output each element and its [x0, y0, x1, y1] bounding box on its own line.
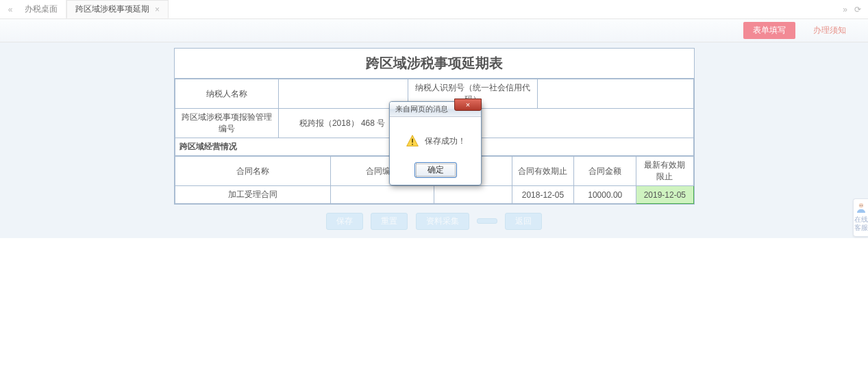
online-support-widget[interactable]: 在线 客服	[853, 198, 868, 237]
tabs-right-controls: » ⟳	[843, 0, 861, 18]
cell-amount: 10000.00	[574, 186, 636, 204]
form-title: 跨区域涉税事项延期表	[175, 49, 694, 79]
tabs-bar: « 办税桌面 跨区域涉税事项延期 × » ⟳	[0, 0, 868, 19]
sub-tab-notice[interactable]: 办理须知	[804, 22, 856, 39]
col-amount: 合同金额	[574, 157, 636, 186]
cell-hidden	[434, 186, 512, 204]
svg-point-3	[858, 203, 863, 208]
app-root: « 办税桌面 跨区域涉税事项延期 × » ⟳ 表单填写 办理须知 跨区域涉税事项…	[0, 0, 868, 377]
cell-valid-until: 2018-12-05	[512, 186, 574, 204]
actions-row: 保存 重置 资料采集 返回	[10, 205, 858, 238]
label-taxpayer-name: 纳税人名称	[175, 79, 278, 109]
close-icon[interactable]: ×	[155, 5, 160, 14]
sub-tab-form[interactable]: 表单填写	[743, 22, 795, 39]
empty-button[interactable]	[477, 218, 497, 224]
tabs-refresh-icon[interactable]: ⟳	[854, 5, 861, 14]
support-avatar-icon	[856, 202, 867, 213]
warning-icon	[406, 134, 419, 148]
dialog-titlebar[interactable]: 来自网页的消息 ×	[390, 102, 481, 117]
sub-bar: 表单填写 办理须知	[0, 19, 868, 42]
table-row: 加工受理合同 2018-12-05 10000.00 2019-12-05	[175, 186, 693, 204]
support-label-line2: 客服	[854, 224, 868, 232]
svg-point-4	[860, 205, 860, 206]
dialog-footer: 确定	[390, 158, 481, 185]
tab-desktop[interactable]: 办税桌面	[16, 0, 66, 18]
dialog-ok-button[interactable]: 确定	[414, 162, 457, 178]
dialog-close-button[interactable]: ×	[454, 99, 482, 111]
cell-contract-no[interactable]	[330, 186, 434, 204]
cell-new-valid-until[interactable]: 2019-12-05	[636, 186, 693, 204]
reset-button[interactable]: 重置	[371, 213, 408, 230]
label-record-no: 跨区域涉税事项报验管理编号	[175, 109, 278, 138]
col-contract-name: 合同名称	[175, 157, 330, 186]
collect-button[interactable]: 资料采集	[416, 213, 469, 230]
back-button[interactable]: 返回	[505, 213, 542, 230]
dialog-message: 保存成功！	[425, 135, 466, 147]
tab-label: 跨区域涉税事项延期	[75, 3, 149, 15]
col-new-valid-until: 最新有效期限止	[636, 157, 693, 186]
value-record-no[interactable]: 税跨报（2018） 468 号	[278, 109, 693, 138]
dialog-title: 来自网页的消息	[395, 104, 448, 114]
tabs-left: « 办税桌面 跨区域涉税事项延期 ×	[4, 0, 169, 18]
dialog-body: 保存成功！	[390, 117, 481, 158]
value-taxpayer-id[interactable]	[538, 79, 693, 109]
tab-extension[interactable]: 跨区域涉税事项延期 ×	[66, 0, 169, 18]
col-valid-until: 合同有效期止	[512, 157, 574, 186]
close-icon: ×	[466, 101, 470, 109]
tabs-next-icon[interactable]: »	[843, 5, 847, 14]
tabs-prev-icon[interactable]: «	[4, 0, 16, 18]
svg-rect-2	[412, 144, 413, 145]
svg-rect-1	[412, 139, 413, 143]
svg-point-5	[861, 205, 862, 206]
alert-dialog: 来自网页的消息 × 保存成功！ 确定	[389, 101, 482, 185]
tab-label: 办税桌面	[25, 3, 58, 15]
cell-contract-name: 加工受理合同	[175, 186, 330, 204]
support-label-line1: 在线	[854, 216, 868, 224]
save-button[interactable]: 保存	[326, 213, 363, 230]
